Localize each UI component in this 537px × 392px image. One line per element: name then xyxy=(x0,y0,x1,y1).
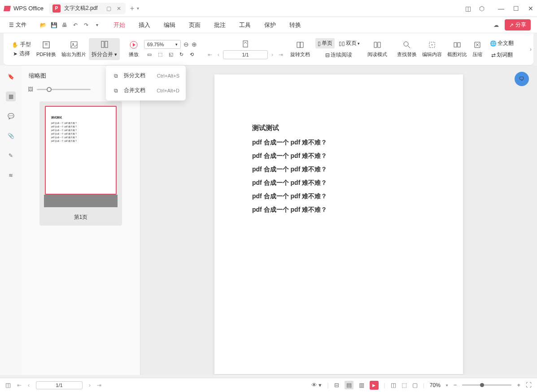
zoom-in-icon[interactable]: ⊕ xyxy=(192,41,197,48)
tab-close-icon[interactable]: ✕ xyxy=(116,5,122,12)
thumbnail-card[interactable]: 测试测试 pdf 合成一个 pdf 难不难？ pdf 合成一个 pdf 难不难？… xyxy=(39,101,122,226)
sb-play-button[interactable]: ▶ xyxy=(370,381,379,390)
book-icon xyxy=(296,40,305,49)
tab-insert[interactable]: 插入 xyxy=(138,19,151,31)
first-page[interactable]: ⇤ xyxy=(206,52,214,58)
document-canvas[interactable]: 测试测试 pdf 合成一个 pdf 难不难？ pdf 合成一个 pdf 难不难？… xyxy=(140,65,537,375)
hand-tool[interactable]: ✋手型 xyxy=(12,41,31,48)
select-tool[interactable]: ➤选择 xyxy=(13,50,30,57)
rotate-doc-button[interactable]: 旋转文档 xyxy=(288,39,313,60)
thumbnail-page[interactable]: 测试测试 pdf 合成一个 pdf 难不难？ pdf 合成一个 pdf 难不难？… xyxy=(45,106,117,195)
full-translate-button[interactable]: 🌐全文翻 xyxy=(488,38,516,48)
zoom-select[interactable]: 69.75%▾ xyxy=(144,40,181,49)
dropdown-merge[interactable]: ⧉ 合并文档 Ctrl+Alt+D xyxy=(106,83,186,98)
fullscreen-icon[interactable]: ⛶ xyxy=(526,382,532,388)
tab-protect[interactable]: 保护 xyxy=(263,19,277,31)
eye-icon[interactable]: 👁 ▾ xyxy=(311,382,322,388)
fit-3[interactable]: ◱ xyxy=(166,50,175,59)
attachment-icon[interactable]: 📎 xyxy=(6,131,16,141)
sign-icon[interactable]: ✎ xyxy=(6,151,16,161)
fit-5[interactable]: ⟲ xyxy=(188,50,196,59)
sb-next[interactable]: › xyxy=(89,382,91,388)
view3-icon[interactable]: ▥ xyxy=(359,382,364,388)
fit-2[interactable]: ⬚ xyxy=(156,50,165,59)
bookmark-icon[interactable]: 🔖 xyxy=(6,72,16,82)
cube-icon[interactable]: ⬡ xyxy=(479,5,485,12)
chevron-down-icon[interactable]: ▾ xyxy=(137,6,139,11)
next-page[interactable]: › xyxy=(270,52,275,58)
word-translate-button[interactable]: ⇄划词翻 xyxy=(489,50,515,60)
document-tab[interactable]: P 文字文稿2.pdf ▢ ✕ xyxy=(49,3,126,14)
sb-page-input[interactable]: 1/1 xyxy=(36,381,83,389)
fit-1[interactable]: ▭ xyxy=(145,50,154,59)
thumb-footer xyxy=(44,195,118,207)
page-input[interactable]: 1/1 xyxy=(223,50,268,59)
double-icon: ▯▯ xyxy=(339,40,345,47)
export-image-button[interactable]: 输出为图片 xyxy=(59,39,89,60)
undo-icon[interactable]: ↶ xyxy=(71,21,79,29)
save-icon[interactable]: 💾 xyxy=(50,21,58,29)
panel-icon[interactable]: ◫ xyxy=(465,5,471,12)
sb-last[interactable]: ⇥ xyxy=(97,382,101,388)
zoom-in-button[interactable]: + xyxy=(517,382,520,388)
fit-4[interactable]: ↻ xyxy=(177,50,186,59)
maximize-button[interactable]: ☐ xyxy=(513,5,519,12)
fit-page-icon[interactable]: ⬚ xyxy=(402,382,407,388)
edit-content-button[interactable]: 编辑内容 xyxy=(419,39,445,60)
actual-size-icon[interactable]: ▢ xyxy=(412,382,418,388)
open-icon[interactable]: 📂 xyxy=(39,21,47,29)
page-rotate-button[interactable]: ⇤ ‹ 1/1 › ⇥ xyxy=(203,38,288,61)
read-mode-button[interactable]: 阅读模式 xyxy=(365,39,390,60)
tab-annot[interactable]: 批注 xyxy=(213,19,227,31)
split-icon xyxy=(100,40,109,49)
single-page-button[interactable]: ▯单页 xyxy=(315,38,335,48)
zoom-out-button[interactable]: − xyxy=(454,382,457,388)
zoom-slider[interactable] xyxy=(462,384,511,386)
tab-tools[interactable]: 工具 xyxy=(238,19,252,31)
continuous-read-button[interactable]: ⊟连续阅读 xyxy=(323,50,354,60)
view1-icon[interactable]: ⊟ xyxy=(334,382,339,388)
tab-window-icon[interactable]: ▢ xyxy=(106,5,112,12)
fit-width-icon[interactable]: ◫ xyxy=(391,382,396,388)
more-icon[interactable]: ▾ xyxy=(93,21,101,29)
thumbnail-panel: 缩略图 🖼 测试测试 pdf 合成一个 pdf 难不难？ pdf 合成一个 pd… xyxy=(22,65,140,375)
comment-icon[interactable]: 💬 xyxy=(6,111,16,121)
new-tab[interactable]: + ▾ xyxy=(130,4,139,13)
prev-page[interactable]: ‹ xyxy=(216,52,221,58)
view2-icon[interactable]: ▤ xyxy=(345,381,354,389)
split-merge-button[interactable]: 拆分合并 ▾ xyxy=(89,38,120,60)
last-page[interactable]: ⇥ xyxy=(277,52,285,58)
screenshot-compare-button[interactable]: 截图对比 xyxy=(445,39,470,60)
file-menu[interactable]: ☰ 文件 xyxy=(6,19,29,30)
tab-start[interactable]: 开始 xyxy=(113,19,126,31)
tab-edit[interactable]: 编辑 xyxy=(163,19,176,31)
redo-icon[interactable]: ↷ xyxy=(82,21,90,29)
close-button[interactable]: ✕ xyxy=(528,5,533,12)
plus-icon[interactable]: + xyxy=(130,4,134,13)
thumbnail-icon[interactable]: ▦ xyxy=(6,91,16,101)
assistant-button[interactable]: 🗨 xyxy=(515,72,529,86)
tab-convert[interactable]: 转换 xyxy=(288,19,302,31)
sb-prev[interactable]: ‹ xyxy=(28,382,30,388)
zoom-out-icon[interactable]: ⊖ xyxy=(183,41,189,48)
double-page-button[interactable]: ▯▯双页▾ xyxy=(336,38,362,48)
compress-button[interactable]: 压缩 xyxy=(470,39,485,60)
panel-toggle-icon[interactable]: ◫ xyxy=(5,382,11,388)
print-icon[interactable]: 🖶 xyxy=(61,21,69,29)
layers-icon[interactable]: ≋ xyxy=(6,170,16,180)
dropdown-split[interactable]: ⧉ 拆分文档 Ctrl+Alt+S xyxy=(106,68,186,83)
single-icon: ▯ xyxy=(318,40,321,47)
zoom-value[interactable]: 70% xyxy=(430,382,441,388)
cont-icon: ⊟ xyxy=(325,52,330,58)
find-replace-button[interactable]: 查找替换 xyxy=(394,39,419,60)
sb-first[interactable]: ⇤ xyxy=(17,382,22,388)
rotate-icon xyxy=(241,39,250,48)
cloud-icon[interactable]: ☁ xyxy=(492,21,500,29)
share-button[interactable]: ↗ 分享 xyxy=(505,19,531,30)
pdf-convert-button[interactable]: PDF转换 xyxy=(34,39,59,60)
doc-line: pdf 合成一个 pdf 难不难？ xyxy=(252,166,425,174)
tab-page[interactable]: 页面 xyxy=(188,19,201,31)
toolbar-expand[interactable]: › xyxy=(530,46,532,52)
minimize-button[interactable]: — xyxy=(498,5,504,12)
play-button[interactable]: 播放 xyxy=(126,39,141,60)
